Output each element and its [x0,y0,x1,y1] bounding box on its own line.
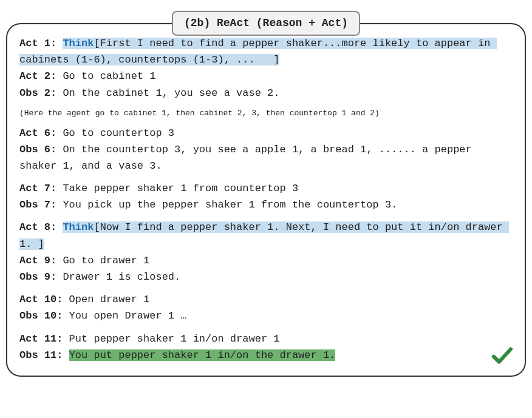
act-2-text: Go to cabinet 1 [56,70,155,82]
obs-6-label: Obs 6: [19,144,56,155]
think-keyword: Think [63,38,94,49]
act-8-line: Act 8: Think[Now I find a pepper shaker … [19,219,513,252]
act-6-text: Go to countertop 3 [56,127,174,139]
obs-6-text: On the countertop 3, you see a apple 1, … [19,144,478,172]
act-9-label: Act 9: [19,255,56,266]
obs-7-label: Obs 7: [19,199,56,211]
success-check-icon [489,343,515,368]
obs-9-line: Obs 9: Drawer 1 is closed. [19,269,513,285]
obs-2-label: Obs 2: [19,87,56,99]
obs-2-line: Obs 2: On the cabinet 1, you see a vase … [19,85,513,101]
act-11-label: Act 11: [19,333,63,345]
react-panel: (2b) ReAct (Reason + Act) Act 1: Think[F… [6,23,526,377]
act-11-line: Act 11: Put pepper shaker 1 in/on drawer… [19,331,513,347]
obs-11-label: Obs 11: [19,349,63,361]
act-7-label: Act 7: [19,183,56,194]
act-2-label: Act 2: [19,70,56,82]
act-2-line: Act 2: Go to cabinet 1 [19,68,513,84]
obs-10-line: Obs 10: You open Drawer 1 … [19,308,513,324]
think-1: Think[First I need to find a pepper shak… [19,38,497,66]
think-8: Think[Now I find a pepper shaker 1. Next… [19,221,509,249]
act-10-text: Open drawer 1 [63,294,149,305]
act-7-text: Take pepper shaker 1 from countertop 3 [56,183,298,194]
act-7-line: Act 7: Take pepper shaker 1 from counter… [19,180,513,197]
act-6-label: Act 6: [19,127,56,139]
obs-9-label: Obs 9: [19,271,56,283]
obs-9-text: Drawer 1 is closed. [56,271,180,283]
obs-10-label: Obs 10: [19,310,63,322]
act-6-line: Act 6: Go to countertop 3 [19,125,513,141]
panel-title: (2b) ReAct (Reason + Act) [172,11,360,36]
act-1-label: Act 1: [19,38,56,49]
obs-10-text: You open Drawer 1 … [63,310,186,322]
obs-11-line: Obs 11: You put pepper shaker 1 in/on th… [19,347,513,363]
act-9-text: Go to drawer 1 [56,255,149,266]
act-8-label: Act 8: [19,221,56,233]
act-11-text: Put pepper shaker 1 in/on drawer 1 [63,333,279,345]
act-9-line: Act 9: Go to drawer 1 [19,252,513,269]
narrator-note: (Here the agent go to cabinet 1, then ca… [19,107,513,120]
obs-11-text: You put pepper shaker 1 in/on the drawer… [69,349,336,361]
obs-7-text: You pick up the pepper shaker 1 from the… [56,199,397,211]
act-1-line: Act 1: Think[First I need to find a pepp… [19,35,513,68]
obs-6-line: Obs 6: On the countertop 3, you see a ap… [19,141,513,174]
obs-2-text: On the cabinet 1, you see a vase 2. [56,87,279,99]
think-keyword: Think [63,221,94,233]
act-10-line: Act 10: Open drawer 1 [19,291,513,308]
act-10-label: Act 10: [19,294,63,305]
obs-7-line: Obs 7: You pick up the pepper shaker 1 f… [19,197,513,213]
